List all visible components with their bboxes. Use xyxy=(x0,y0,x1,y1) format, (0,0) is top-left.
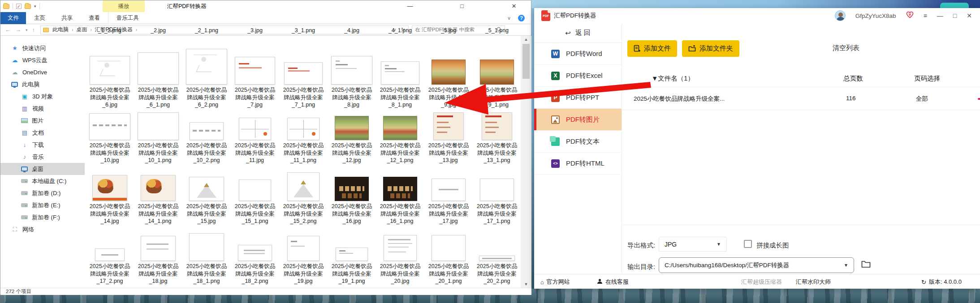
file-item[interactable]: 2025小吃餐饮品牌战略升级全案_18_2.png xyxy=(231,232,279,285)
file-thumbnail[interactable] xyxy=(479,256,515,261)
file-thumbnail[interactable] xyxy=(482,112,512,140)
file-thumbnail[interactable] xyxy=(432,179,466,201)
forward-icon[interactable]: → xyxy=(15,26,21,33)
file-thumbnail[interactable] xyxy=(335,177,369,201)
online-service-link[interactable]: 在线客服 xyxy=(597,278,629,286)
file-label-clipped[interactable]: _3.jpg xyxy=(231,27,279,34)
file-item[interactable]: 2025小吃餐饮品牌战略升级全案_15_2.png xyxy=(279,172,328,225)
file-item[interactable]: 2025小吃餐饮品牌战略升级全案_9.jpg xyxy=(424,43,473,109)
file-thumbnail[interactable] xyxy=(335,116,369,140)
recent-locations-icon[interactable]: ▾ xyxy=(26,28,28,32)
file-thumbnail[interactable] xyxy=(190,122,224,140)
ribbon-tab-共享[interactable]: 共享 xyxy=(53,12,81,24)
file-label-clipped[interactable]: _4_1.png xyxy=(376,27,424,34)
file-item[interactable]: 2025小吃餐饮品牌战略升级全案_8.jpg xyxy=(328,43,376,109)
app-sidebar-item-PDF转Excel[interactable]: XPDF转Excel xyxy=(534,65,622,87)
file-thumbnail[interactable] xyxy=(480,179,514,201)
sidebar-item-文档[interactable]: ▤文档 xyxy=(0,127,85,139)
scrollbar-thumb[interactable] xyxy=(522,44,530,79)
scroll-down-icon[interactable]: ▼ xyxy=(521,281,531,288)
app-sidebar-item-PDF转Word[interactable]: WPDF转Word xyxy=(534,43,622,65)
sidebar-item-新加卷 (E:)[interactable]: 新加卷 (E:) xyxy=(0,199,85,211)
scrollbar[interactable]: ▲ ▼ xyxy=(521,36,531,288)
file-item[interactable]: 2025小吃餐饮品牌战略升级全案_10_1.png xyxy=(134,112,182,164)
file-item[interactable]: 2025小吃餐饮品牌战略升级全案_18.jpg xyxy=(134,232,182,285)
file-thumbnail[interactable] xyxy=(287,172,319,201)
sidebar-item-此电脑[interactable]: 此电脑 xyxy=(0,78,85,90)
output-dir-input[interactable]: C:/Users/huibang168/Desktop/汇帮PDF转换器 ▼ xyxy=(659,257,854,273)
file-item[interactable]: 2025小吃餐饮品牌战略升级全案_7.jpg xyxy=(231,43,279,109)
sidebar-item-本地磁盘 (C:)[interactable]: 本地磁盘 (C:) xyxy=(0,175,85,187)
back-button[interactable]: ↩ 返 回 xyxy=(534,23,622,43)
app-sidebar-item-PDF转PPT[interactable]: PPDF转PPT xyxy=(534,87,622,109)
file-thumbnail[interactable] xyxy=(186,49,227,85)
app-maximize-button[interactable]: □ xyxy=(953,12,957,19)
file-thumbnail[interactable] xyxy=(90,56,130,85)
sidebar-item-新加卷 (F:)[interactable]: 新加卷 (F:) xyxy=(0,211,85,223)
app-sidebar-item-PDF转HTML[interactable]: <>PDF转HTML xyxy=(534,153,622,175)
file-item[interactable]: 2025小吃餐饮品牌战略升级全案_20.jpg xyxy=(376,232,424,285)
sidebar-item-网络[interactable]: ⛶网络 xyxy=(0,223,85,235)
file-thumbnail[interactable] xyxy=(432,235,466,261)
maximize-button[interactable]: □ xyxy=(452,0,472,12)
file-thumbnail[interactable] xyxy=(433,112,464,140)
sidebar-item-音乐[interactable]: ♪音乐 xyxy=(0,151,85,163)
file-thumbnail[interactable] xyxy=(480,60,514,85)
row-range[interactable]: 全部 xyxy=(916,95,928,103)
close-button[interactable]: ✕ xyxy=(504,0,524,12)
username[interactable]: GfpZyYucX8ab xyxy=(855,13,896,19)
file-item[interactable]: 2025小吃餐饮品牌战略升级全案_9_1.png xyxy=(473,43,521,109)
watermark-link[interactable]: 汇帮水印大师 xyxy=(796,278,831,286)
file-thumbnail[interactable] xyxy=(239,118,271,140)
properties-icon[interactable]: ✓ xyxy=(16,4,22,9)
file-thumbnail[interactable] xyxy=(331,56,372,85)
file-label-clipped[interactable]: _5.jpg xyxy=(424,27,473,34)
expand-ribbon-icon[interactable]: ∨ xyxy=(507,15,511,21)
file-table-row[interactable]: 2025小吃餐饮品牌战略升级全案... 116 全部 100% xyxy=(622,87,980,110)
file-thumbnail[interactable] xyxy=(235,57,275,85)
file-item[interactable]: 2025小吃餐饮品牌战略升级全案_12_1.png xyxy=(376,112,424,164)
file-thumbnail[interactable] xyxy=(432,60,466,85)
file-item[interactable]: 2025小吃餐饮品牌战略升级全案_14_1.png xyxy=(134,172,182,225)
file-item[interactable]: 2025小吃餐饮品牌战略升级全案_19.jpg xyxy=(279,232,328,285)
app-minimize-button[interactable]: — xyxy=(937,12,943,19)
file-thumbnail[interactable] xyxy=(189,233,224,261)
file-thumbnail[interactable] xyxy=(138,112,179,140)
concat-label[interactable]: 拼接成长图 xyxy=(756,241,789,250)
file-item[interactable]: 2025小吃餐饮品牌战略升级全案_12.jpg xyxy=(328,112,376,164)
format-select[interactable]: JPG ▼ xyxy=(659,237,727,252)
file-item[interactable]: 2025小吃餐饮品牌战略升级全案_6_2.png xyxy=(182,43,231,109)
contextual-tab-play[interactable]: 播放 xyxy=(103,0,145,12)
file-thumbnail[interactable] xyxy=(92,175,127,201)
file-item[interactable]: 2025小吃餐饮品牌战略升级全案_14.jpg xyxy=(86,172,134,225)
up-icon[interactable]: ↑ xyxy=(32,26,35,33)
app-close-button[interactable]: ✕ xyxy=(967,12,972,19)
browse-folder-icon[interactable] xyxy=(861,260,871,270)
file-label-clipped[interactable]: _2_1.png xyxy=(182,27,231,34)
sidebar-item-OneDrive[interactable]: ☁OneDrive xyxy=(0,66,85,78)
breadcrumb-segment[interactable]: 此电脑 xyxy=(52,26,69,33)
file-item[interactable]: 2025小吃餐饮品牌战略升级全案_8_1.png xyxy=(376,43,424,109)
file-label-clipped[interactable]: _5_1.png xyxy=(473,27,521,34)
folder-icon[interactable] xyxy=(3,4,9,9)
file-item[interactable]: 2025小吃餐饮品牌战略升级全案_17_1.png xyxy=(473,172,521,225)
file-thumbnail[interactable] xyxy=(95,248,125,261)
file-thumbnail[interactable] xyxy=(138,52,179,85)
version-info[interactable]: ↻ 版本: 4.0.0.0 xyxy=(921,278,962,286)
new-folder-icon[interactable] xyxy=(25,4,31,9)
file-item[interactable]: 2025小吃餐饮品牌战略升级全案_13_1.png xyxy=(473,112,521,164)
avatar[interactable] xyxy=(835,10,846,21)
file-item[interactable]: 2025小吃餐饮品牌战略升级全案_10.jpg xyxy=(86,112,134,164)
file-label-clipped[interactable]: _3_1.png xyxy=(279,27,328,34)
file-thumbnail[interactable] xyxy=(239,179,271,201)
sidebar-item-下载[interactable]: ↓下载 xyxy=(0,139,85,151)
file-item[interactable]: 2025小吃餐饮品牌战略升级全案_15.jpg xyxy=(182,172,231,225)
file-label-clipped[interactable]: _2.jpg xyxy=(134,27,182,34)
file-item[interactable]: 2025小吃餐饮品牌战略升级全案_15_1.png xyxy=(231,172,279,225)
file-thumbnail[interactable] xyxy=(238,245,272,261)
file-thumbnail[interactable] xyxy=(287,236,319,261)
add-file-button[interactable]: 添加文件 xyxy=(627,40,677,57)
file-thumbnail[interactable] xyxy=(383,177,417,201)
file-thumbnail[interactable] xyxy=(284,62,323,85)
sidebar-item-桌面[interactable]: 桌面 xyxy=(0,163,85,175)
